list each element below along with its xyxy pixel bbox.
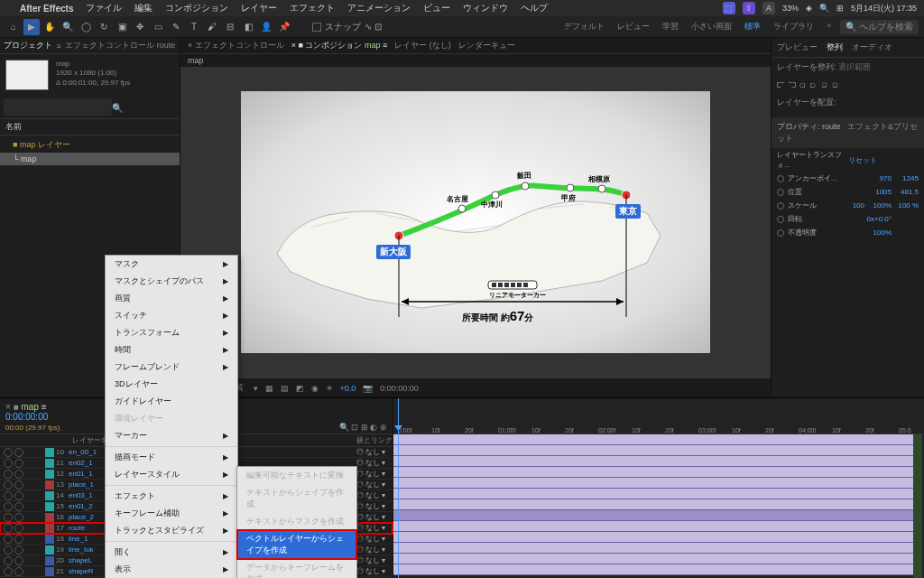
track-bar[interactable]: [393, 478, 922, 489]
ctx-item[interactable]: 描画モード▶: [106, 449, 237, 466]
track-bar[interactable]: [393, 521, 922, 532]
ctx-item[interactable]: ガイドレイヤー: [106, 393, 237, 410]
shape-tool-icon[interactable]: ▭: [150, 19, 166, 35]
stamp-tool-icon[interactable]: ⊟: [222, 19, 238, 35]
pen-tool-icon[interactable]: ✎: [168, 19, 184, 35]
mnu-effect[interactable]: エフェクト: [290, 2, 335, 14]
viewer-comp-tab[interactable]: map: [180, 54, 771, 67]
align-right-icon[interactable]: ⫏: [799, 80, 807, 89]
track-bar[interactable]: [393, 554, 922, 564]
prop-row[interactable]: 回転0x+0.0°: [772, 212, 924, 226]
ctx-item[interactable]: 3Dレイヤー: [106, 376, 237, 393]
track-bar[interactable]: [393, 467, 922, 478]
subctx-item[interactable]: ベクトルレイヤーからシェイプを作成: [237, 530, 356, 559]
ws-library[interactable]: ライブラリ: [773, 21, 814, 33]
tab-effect-controls[interactable]: エフェクトコントロール route: [65, 40, 175, 51]
hand-tool-icon[interactable]: ✋: [42, 19, 58, 35]
rotate-tool-icon[interactable]: ↻: [96, 19, 112, 35]
current-timecode[interactable]: 0:00:00:00: [5, 412, 48, 422]
ws-standard[interactable]: 標準: [744, 21, 761, 33]
align-hcenter-icon[interactable]: ⫎: [788, 80, 796, 89]
comp-map[interactable]: └ map: [0, 153, 180, 165]
mnu-anim[interactable]: アニメーション: [347, 2, 411, 14]
ws-more-icon[interactable]: »: [827, 21, 831, 33]
create-submenu[interactable]: 編集可能なテキストに変換テキストからシェイプを作成テキストからマスクを作成ベクト…: [236, 466, 357, 578]
frame-io-icon[interactable]: ⬚: [723, 2, 735, 14]
ctx-item[interactable]: レイヤースタイル▶: [106, 466, 237, 483]
tab-align[interactable]: 整列: [827, 42, 843, 53]
mnu-help[interactable]: ヘルプ: [521, 2, 548, 14]
guide-icon[interactable]: ▤: [281, 384, 289, 393]
snap-toggle[interactable]: スナップ ∿ ⊡: [312, 21, 382, 33]
align-bottom-icon[interactable]: ⫒: [831, 80, 839, 89]
ctx-item[interactable]: スイッチ▶: [106, 307, 237, 324]
grid-icon[interactable]: ▦: [265, 384, 273, 393]
prop-row[interactable]: アンカーポイ...9701245: [772, 172, 924, 185]
align-top-icon[interactable]: ⫐: [809, 80, 818, 89]
share-icon[interactable]: ⇪: [743, 2, 755, 14]
col-parent[interactable]: 親とリンク: [356, 435, 393, 445]
puppet-tool-icon[interactable]: 📌: [276, 19, 292, 35]
ws-small[interactable]: 小さい画面: [691, 21, 732, 33]
mac-menubar[interactable]: After Effects ファイル 編集 コンポジション レイヤー エフェクト…: [0, 0, 924, 16]
channel-icon[interactable]: ◉: [311, 384, 319, 393]
reset-link[interactable]: リセット: [848, 155, 919, 165]
tab-ec[interactable]: × エフェクトコントロール: [188, 40, 284, 51]
ctx-item[interactable]: 開く▶: [106, 544, 237, 561]
roto-tool-icon[interactable]: 👤: [258, 19, 274, 35]
ctx-item[interactable]: マーカー▶: [106, 427, 237, 444]
cc-icon[interactable]: ⊞: [836, 4, 844, 13]
help-search[interactable]: 🔍 ヘルプを検索: [840, 20, 919, 34]
ctx-item[interactable]: キーフレーム補助▶: [106, 505, 237, 522]
pan-tool-icon[interactable]: ✥: [132, 19, 148, 35]
track-bar[interactable]: [393, 532, 922, 543]
project-search-input[interactable]: [4, 98, 112, 116]
exposure-icon[interactable]: ☀: [326, 384, 333, 393]
camera-tool-icon[interactable]: ▣: [114, 19, 130, 35]
zoom-tool-icon[interactable]: 🔍: [60, 19, 76, 35]
ctx-item[interactable]: マスクとシェイプのパス▶: [106, 273, 237, 290]
playhead[interactable]: [398, 398, 399, 578]
exposure-val[interactable]: +0.0: [340, 384, 356, 393]
brush-tool-icon[interactable]: 🖌: [204, 19, 220, 35]
mnu-comp[interactable]: コンポジション: [165, 2, 228, 14]
prop-row[interactable]: スケール100100%100 %: [772, 199, 924, 212]
track-bar[interactable]: [393, 510, 922, 521]
ctx-item[interactable]: 画質▶: [106, 290, 237, 307]
tab-comp[interactable]: × ■ コンポジション map ≡: [291, 40, 387, 51]
prop-row[interactable]: 不透明度100%: [772, 226, 924, 239]
tab-preview[interactable]: プレビュー: [777, 42, 818, 53]
ws-learn[interactable]: 学習: [662, 21, 679, 33]
layer-context-menu[interactable]: マスク▶マスクとシェイプのパス▶画質▶スイッチ▶トランスフォーム▶時間▶フレーム…: [105, 255, 238, 578]
work-area-end[interactable]: [913, 434, 922, 578]
ctx-item[interactable]: エフェクト▶: [106, 488, 237, 505]
preview-tc[interactable]: 0:00:00:00: [380, 384, 419, 393]
tab-render[interactable]: レンダーキュー: [458, 40, 515, 51]
mnu-layer[interactable]: レイヤー: [241, 2, 277, 14]
track-bar[interactable]: [393, 445, 922, 456]
orbit-tool-icon[interactable]: ◯: [78, 19, 94, 35]
tab-project[interactable]: プロジェクト: [4, 40, 52, 51]
track-bar[interactable]: [393, 434, 922, 445]
track-bar[interactable]: [393, 543, 922, 554]
app-name[interactable]: After Effects: [20, 4, 73, 14]
a-icon[interactable]: A: [762, 2, 775, 14]
mnu-view[interactable]: ビュー: [423, 2, 450, 14]
track-bar[interactable]: [393, 499, 922, 510]
align-left-icon[interactable]: ⫍: [777, 80, 785, 89]
ctx-item[interactable]: マスク▶: [106, 256, 237, 273]
ctx-item[interactable]: 時間▶: [106, 341, 237, 359]
composition-canvas[interactable]: 新大阪 東京 名古屋 中津川 飯田 甲府 相模原 リニアモーターカー 所要時間 …: [241, 91, 710, 353]
eraser-tool-icon[interactable]: ◧: [240, 19, 256, 35]
folder-map-layers[interactable]: ■ map レイヤー: [0, 137, 180, 153]
col-name[interactable]: 名前: [0, 118, 180, 135]
ws-review[interactable]: レビュー: [617, 21, 650, 33]
tab-layer[interactable]: レイヤー (なし): [394, 40, 451, 51]
selection-tool-icon[interactable]: ▶: [23, 19, 40, 35]
tab-audio[interactable]: オーディオ: [852, 42, 892, 53]
tl-comp-tab[interactable]: map: [21, 402, 38, 412]
ws-default[interactable]: デフォルト: [564, 21, 605, 33]
home-icon[interactable]: ⌂: [5, 19, 22, 35]
search-icon[interactable]: 🔍: [819, 4, 829, 13]
ctx-item[interactable]: トラックとスタビライズ▶: [106, 522, 237, 539]
